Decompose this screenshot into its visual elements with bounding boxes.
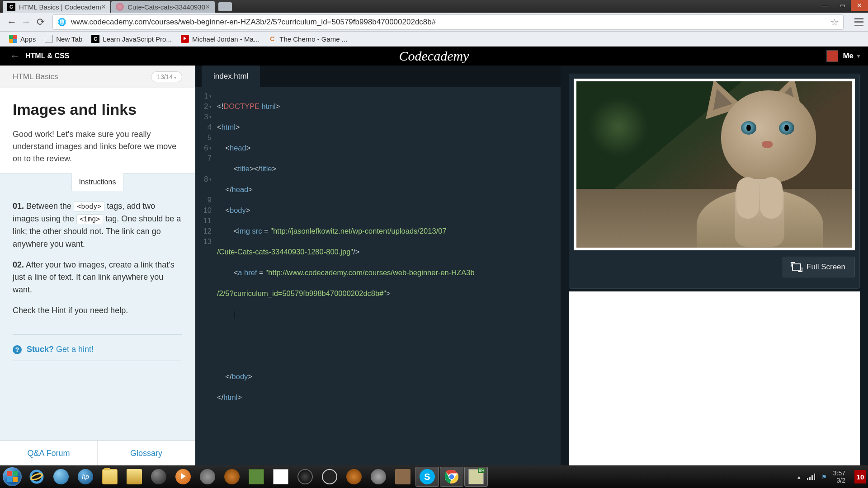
taskbar-orb-app[interactable] — [49, 467, 73, 487]
code-tag: <body> — [74, 202, 104, 211]
taskbar-app4[interactable] — [318, 467, 341, 487]
divider — [13, 361, 182, 361]
clock[interactable]: 3:57 3/2 — [833, 469, 845, 484]
bookmark-apps[interactable]: Apps — [5, 33, 40, 45]
lesson-title: Images and links — [13, 101, 182, 118]
browser-tab-active[interactable]: C HTML Basics | Codecadem × — [3, 1, 110, 13]
tab-title: Cute-Cats-cats-33440930 — [127, 3, 205, 11]
browser-tabstrip: C HTML Basics | Codecadem × Cute-Cats-ca… — [0, 0, 868, 13]
code-tag: <img> — [76, 214, 103, 224]
taskbar-app8[interactable]: 99 — [464, 467, 488, 487]
taskbar-obs[interactable] — [293, 467, 317, 487]
tab-close-icon[interactable]: × — [205, 2, 210, 12]
lesson-counter[interactable]: 13/14 — [151, 71, 182, 82]
hint-row[interactable]: ? Stuck? Get a hint! — [0, 339, 195, 356]
address-bar[interactable]: 🌐 www.codecademy.com/courses/web-beginne… — [52, 14, 844, 30]
section-title: HTML Basics — [13, 72, 58, 81]
page-icon — [45, 35, 53, 43]
clock-date: 3/2 — [833, 477, 845, 484]
taskbar-chrome[interactable] — [440, 467, 463, 487]
qa-forum-link[interactable]: Q&A Forum — [0, 441, 98, 465]
bookmarks-bar: Apps New Tab CLearn JavaScript Pro... Mi… — [0, 32, 868, 47]
taskbar-wmp[interactable] — [171, 467, 195, 487]
instruction-step-2: 02. After your two images, create a link… — [13, 259, 182, 297]
tray-flag-icon[interactable]: ⚑ — [821, 474, 827, 480]
chevron-down-icon: ▾ — [857, 53, 860, 59]
start-button[interactable] — [0, 465, 24, 488]
new-tab-button[interactable] — [218, 2, 232, 11]
instructions-tab: Instructions — [71, 173, 123, 191]
user-label: Me — [843, 52, 854, 61]
lesson-section-header: HTML Basics 13/14 — [0, 66, 195, 88]
window-maximize-button[interactable]: ▭ — [834, 0, 851, 11]
line-gutter: 1 2 3 4 5 6 7 8 9 10 11 12 13 — [195, 91, 217, 465]
taskbar-app5[interactable] — [342, 467, 366, 487]
c-icon: C — [268, 35, 276, 43]
taskbar-app6[interactable] — [367, 467, 390, 487]
hint-icon: ? — [13, 345, 22, 354]
lesson-intro: Good work! Let's make sure you really un… — [13, 128, 182, 165]
bookmark-label: Learn JavaScript Pro... — [103, 35, 172, 43]
tray-red-badge[interactable]: 10 — [854, 470, 866, 483]
step-number: 01. — [13, 202, 24, 211]
taskbar-ie[interactable] — [25, 467, 48, 487]
avatar — [826, 50, 838, 62]
user-menu[interactable]: Me ▾ — [826, 50, 860, 62]
breadcrumb[interactable]: HTML & CSS — [25, 52, 69, 60]
window-minimize-button[interactable]: — — [816, 0, 834, 11]
taskbar-app2[interactable] — [196, 467, 219, 487]
taskbar-steam[interactable] — [147, 467, 170, 487]
browser-tab-inactive[interactable]: Cute-Cats-cats-33440930 × — [111, 1, 214, 13]
bookmark-yt[interactable]: Michael Jordan - Ma... — [176, 33, 264, 45]
nav-forward-button[interactable]: → — [20, 16, 33, 28]
lesson-sidebar: HTML Basics 13/14 Images and links Good … — [0, 66, 195, 465]
tray-expand-icon[interactable]: ▴ — [797, 474, 801, 480]
preview-pane: Full Screen — [561, 66, 868, 465]
taskbar-app7[interactable] — [391, 467, 415, 487]
clock-time: 3:57 — [833, 469, 845, 477]
code-editor-pane: index.html 1 2 3 4 5 6 7 8 9 10 11 12 13… — [195, 66, 561, 465]
bookmark-js[interactable]: CLearn JavaScript Pro... — [87, 33, 176, 45]
wifi-icon[interactable] — [807, 474, 815, 480]
windows-orb-icon — [3, 467, 22, 486]
tab-title: HTML Basics | Codecadem — [19, 3, 101, 11]
fullscreen-button[interactable]: Full Screen — [783, 257, 855, 277]
apps-grid-icon — [9, 35, 17, 43]
preview-whitespace — [569, 291, 860, 465]
bookmark-label: New Tab — [56, 35, 82, 43]
code-text[interactable]: <!DOCTYPE html> <html> <head> <title></t… — [217, 91, 561, 465]
bookmark-newtab[interactable]: New Tab — [40, 33, 87, 45]
browser-menu-icon[interactable] — [854, 18, 863, 26]
fullscreen-icon — [792, 263, 801, 271]
bookmark-star-icon[interactable]: ☆ — [830, 17, 839, 28]
window-close-button[interactable]: ✕ — [851, 0, 868, 11]
windows-taskbar: hp S 99 ▴ ⚑ 3:57 3/2 10 — [0, 465, 868, 488]
brand-logo[interactable]: Codecademy — [399, 48, 469, 64]
system-tray[interactable]: ▴ ⚑ 3:57 3/2 10 — [797, 469, 868, 484]
taskbar-hp[interactable]: hp — [74, 467, 97, 487]
youtube-icon — [181, 35, 189, 43]
taskbar-app1[interactable] — [123, 467, 146, 487]
globe-icon: 🌐 — [57, 18, 66, 26]
nav-reload-button[interactable]: ⟳ — [34, 16, 47, 28]
bookmark-label: The Cherno - Game ... — [279, 35, 347, 43]
tab-close-icon[interactable]: × — [101, 2, 106, 12]
bookmark-cherno[interactable]: CThe Cherno - Game ... — [264, 33, 352, 45]
taskbar-notepad[interactable] — [269, 467, 292, 487]
taskbar-explorer[interactable] — [98, 467, 122, 487]
nav-back-button[interactable]: ← — [5, 16, 18, 28]
url-text: www.codecademy.com/courses/web-beginner-… — [71, 18, 436, 27]
taskbar-minecraft[interactable] — [245, 467, 268, 487]
codecademy-icon: C — [91, 35, 99, 43]
hint-link[interactable]: Get a hint! — [54, 345, 94, 354]
taskbar-app3[interactable] — [220, 467, 244, 487]
back-arrow-icon[interactable]: ← — [10, 50, 20, 62]
file-tab[interactable]: index.html — [202, 66, 260, 87]
step-text: Between the — [26, 202, 74, 211]
preview-card: Full Screen — [569, 74, 860, 289]
tab-favicon: C — [7, 3, 15, 11]
taskbar-skype[interactable]: S — [415, 467, 439, 487]
divider — [13, 334, 182, 335]
code-editor[interactable]: 1 2 3 4 5 6 7 8 9 10 11 12 13 <!DOCTYPE … — [195, 87, 561, 465]
glossary-link[interactable]: Glossary — [98, 441, 195, 465]
